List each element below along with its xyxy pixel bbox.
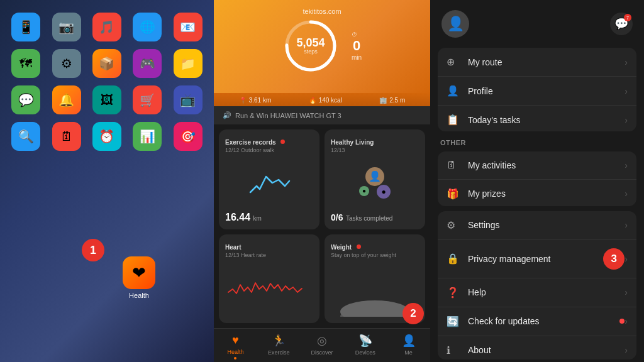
- about-menu-item[interactable]: ℹ About ›: [438, 336, 636, 359]
- stat-distance: 📍3.61 km: [239, 97, 272, 104]
- check-updates-menu-item[interactable]: 🔄 Check for updates ›: [438, 307, 636, 336]
- health-header: tekititos.com 5,054 steps ⏱: [214, 0, 430, 93]
- nav-discover[interactable]: ◎ Discover: [301, 334, 344, 359]
- nav-me-label: Me: [404, 349, 413, 356]
- app-icon-14: 🛒: [133, 85, 162, 114]
- app-icon-3: 🎵: [92, 13, 121, 41]
- chevron-right-icon-6: ›: [625, 220, 628, 230]
- list-item[interactable]: 🎵: [91, 13, 123, 41]
- heart-nav-icon: ♥: [232, 334, 239, 347]
- update-dot-indicator: [619, 319, 625, 324]
- health-cards-grid: Exercise records 12/12 Outdoor walk 16.4…: [214, 124, 430, 328]
- list-item[interactable]: 🔍: [9, 122, 42, 151]
- app-icon-1: 📱: [11, 13, 40, 41]
- svg-point-3: [340, 300, 409, 317]
- exercise-records-card[interactable]: Exercise records 12/12 Outdoor walk 16.4…: [219, 129, 319, 229]
- chevron-right-icon-9: ›: [625, 316, 628, 326]
- avatar[interactable]: 👤: [441, 10, 469, 38]
- list-item[interactable]: 📺: [172, 85, 204, 114]
- help-label: Help: [468, 287, 625, 297]
- today-tasks-label: Today's tasks: [468, 115, 625, 125]
- home-screen-panel: 📱 📷 🎵 🌐 📧 🗺 ⚙ 📦 🎮 📁 💬 🔔 🖼 🛒 📺 🔍 🗓 ⏰ 📊 🎯 …: [0, 0, 214, 362]
- discover-nav-icon: ◎: [317, 334, 327, 348]
- minutes-info: ⏱ 0 min: [352, 31, 362, 61]
- list-item[interactable]: 📧: [172, 13, 204, 41]
- stat-floors: 🏢2.5 m: [379, 97, 405, 104]
- health-bottom-nav: ♥ Health 🏃 Exercise ◎ Discover 📡 Devices…: [214, 328, 430, 362]
- health-app-panel: tekititos.com 5,054 steps ⏱: [214, 0, 430, 362]
- about-icon: ℹ: [447, 344, 463, 356]
- app-icon-19: 📊: [133, 122, 162, 151]
- health-app-icon[interactable]: ❤ Health: [123, 256, 155, 299]
- chevron-right-icon-10: ›: [625, 345, 628, 355]
- weight-title: Weight: [331, 244, 352, 251]
- list-item[interactable]: 📷: [50, 13, 82, 41]
- my-route-menu-item[interactable]: ⊕ My route ›: [438, 48, 636, 77]
- today-tasks-menu-item[interactable]: 📋 Today's tasks ›: [438, 106, 636, 131]
- notification-button[interactable]: 💬 7: [610, 13, 633, 35]
- list-item[interactable]: ⏰: [91, 122, 123, 151]
- list-item[interactable]: 📱: [9, 13, 42, 41]
- heart-card[interactable]: Heart 12/13 Heart rate: [219, 234, 319, 323]
- health-stats-bar: 📍3.61 km 🔥140 kcal 🏢2.5 m: [214, 93, 430, 106]
- exercise-date: 12/12 Outdoor walk: [225, 147, 313, 153]
- list-item[interactable]: 🎯: [172, 122, 204, 151]
- minutes-count: 0: [352, 38, 362, 54]
- list-item[interactable]: 🛒: [131, 85, 164, 114]
- my-prizes-label: My prizes: [468, 189, 625, 199]
- my-route-label: My route: [468, 57, 625, 67]
- nav-health[interactable]: ♥ Health: [214, 334, 257, 359]
- promo-banner[interactable]: 🔊 Run & Win HUAWEI WATCH GT 3: [214, 106, 430, 124]
- list-item[interactable]: 🗓: [50, 122, 82, 151]
- tasks-unit: Tasks completed: [346, 215, 392, 222]
- settings-menu-item[interactable]: ⚙ Settings ›: [438, 211, 636, 240]
- nav-me[interactable]: 👤 Me: [387, 334, 430, 359]
- privacy-icon: 🔒: [447, 253, 463, 265]
- help-menu-item[interactable]: ❓ Help ›: [438, 278, 636, 307]
- list-item[interactable]: 🗺: [9, 49, 42, 78]
- devices-nav-icon: 📡: [358, 334, 372, 348]
- healthy-living-date: 12/13: [331, 147, 419, 153]
- healthy-living-card[interactable]: Healthy Living 12/13 👤 ● ● 0/6 Tasks com…: [325, 129, 425, 229]
- list-item[interactable]: 💬: [9, 85, 42, 114]
- steps-circle: 5,054 steps: [282, 18, 339, 74]
- tasks-avatar-visual: 👤 ● ●: [331, 153, 419, 212]
- health-app-label: Health: [129, 292, 149, 299]
- list-item[interactable]: 🔔: [50, 85, 82, 114]
- nav-discover-label: Discover: [311, 349, 333, 356]
- other-section-label: OTHER: [430, 134, 644, 149]
- heart-title: Heart: [225, 244, 242, 251]
- nav-exercise[interactable]: 🏃 Exercise: [257, 334, 301, 359]
- app-icon-18: ⏰: [92, 122, 121, 151]
- list-item[interactable]: 🖼: [91, 85, 123, 114]
- chevron-right-icon-2: ›: [625, 86, 628, 96]
- list-item[interactable]: 🌐: [131, 13, 164, 41]
- check-updates-label: Check for updates: [468, 316, 616, 326]
- list-item[interactable]: 🎮: [131, 49, 164, 78]
- settings-label: Settings: [468, 220, 625, 230]
- list-item[interactable]: 📦: [91, 49, 123, 78]
- list-item[interactable]: ⚙: [50, 49, 82, 78]
- update-icon: 🔄: [447, 315, 463, 327]
- route-icon: ⊕: [447, 56, 463, 68]
- help-icon: ❓: [447, 287, 463, 299]
- app-icon-12: 🔔: [52, 85, 81, 114]
- prizes-icon: 🎁: [447, 188, 463, 200]
- list-item[interactable]: 📊: [131, 122, 164, 151]
- my-prizes-menu-item[interactable]: 🎁 My prizes ›: [438, 180, 636, 206]
- activities-icon: 🗓: [447, 160, 463, 171]
- my-activities-label: My activities: [468, 160, 625, 170]
- app-icon-15: 📺: [174, 85, 203, 114]
- settings-menu-group: ⚙ Settings › 🔒 Privacy management 3 › ❓ …: [438, 211, 636, 359]
- list-item[interactable]: 📁: [172, 49, 204, 78]
- chevron-right-icon-3: ›: [625, 115, 628, 125]
- nav-devices[interactable]: 📡 Devices: [343, 334, 387, 359]
- privacy-menu-item[interactable]: 🔒 Privacy management 3 ›: [438, 240, 636, 278]
- step-badge-2: 2: [402, 303, 424, 324]
- step-badge-3: 3: [603, 248, 625, 270]
- stat-calories: 🔥140 kcal: [309, 97, 342, 104]
- my-activities-menu-item[interactable]: 🗓 My activities ›: [438, 151, 636, 180]
- profile-menu-item[interactable]: 👤 Profile ›: [438, 77, 636, 106]
- nav-active-indicator: [234, 357, 236, 359]
- app-icon-13: 🖼: [92, 85, 121, 114]
